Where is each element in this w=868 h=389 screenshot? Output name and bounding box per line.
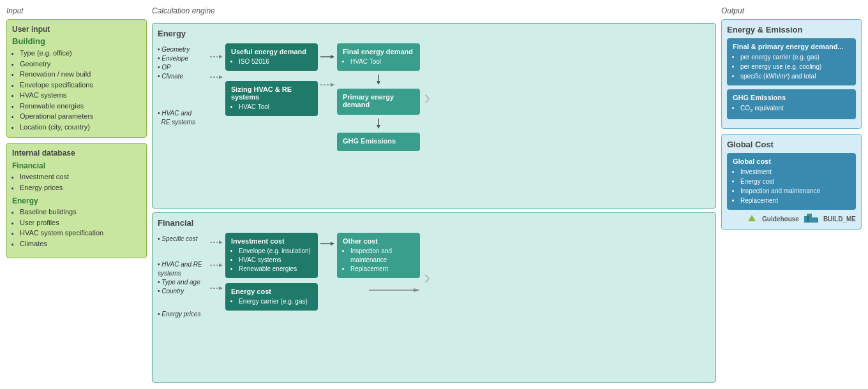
- arrow-svg-2: [210, 73, 223, 82]
- list-item: HVAC systems: [239, 256, 312, 265]
- svg-marker-22: [748, 215, 756, 221]
- financial-title: Financial: [12, 161, 141, 170]
- list-item: Inspection and maintenance: [350, 247, 414, 265]
- building-list: Type (e.g. office) Geometry Renovation /…: [12, 48, 141, 132]
- financial-chevron: ›: [424, 265, 431, 289]
- svg-marker-7: [331, 83, 334, 87]
- internal-db-title: Internal database: [12, 149, 141, 158]
- list-item: Envelope specifications: [20, 80, 141, 91]
- energy-emission-section: Energy & Emission Final & primary energy…: [721, 19, 862, 129]
- list-item: Energy prices: [20, 182, 141, 193]
- list-item: HVAC Tool: [239, 103, 312, 112]
- useful-energy-box: Useful energy demand ISO 52016: [225, 43, 318, 71]
- useful-energy-list: ISO 52016: [231, 57, 312, 66]
- financial-section: Financial • Specific cost • HVAC and RE …: [152, 212, 716, 383]
- energy-emission-title: Energy & Emission: [727, 25, 856, 34]
- financial-center-boxes: Investment cost Envelope (e.g. insulatio…: [225, 233, 318, 311]
- sizing-hvac-list: HVAC Tool: [231, 103, 312, 112]
- financial-list: Investment cost Energy prices: [12, 172, 141, 193]
- energy-right-boxes: Final energy demand HVAC Tool Primary: [337, 43, 420, 151]
- ghg-output-list: CO2 equivalent: [733, 103, 850, 115]
- other-cost-title: Other cost: [343, 237, 414, 245]
- financial-section-inner: • Specific cost • HVAC and RE systems• T…: [158, 233, 710, 321]
- fin-mid-arrows: [320, 233, 334, 248]
- final-energy-box: Final energy demand HVAC Tool: [337, 43, 420, 71]
- user-input-box: User input Building Type (e.g. office) G…: [6, 19, 147, 138]
- down-arrow-2: [337, 119, 420, 129]
- investment-cost-list: Envelope (e.g. insulation) HVAC systems …: [231, 247, 312, 274]
- list-item: Investment: [740, 167, 850, 177]
- list-item: HVAC Tool: [350, 57, 414, 66]
- financial-right-boxes: Other cost Inspection and maintenance Re…: [337, 233, 420, 295]
- list-item: Location (city, country): [20, 122, 141, 133]
- energy-db-list: Baseline buildings User profiles HVAC sy…: [12, 207, 141, 249]
- other-cost-list: Inspection and maintenance Replacement: [343, 247, 414, 274]
- final-primary-list: per energy carrier (e.g. gas) per energy…: [733, 52, 850, 81]
- financial-section-title: Financial: [158, 218, 710, 228]
- energy-arrow-3: [320, 52, 334, 61]
- energy-subsection: Energy Baseline buildings User profiles …: [12, 196, 141, 249]
- output-label: Output: [721, 6, 862, 15]
- list-item: Climates: [20, 239, 141, 249]
- energy-cost-box: Energy cost Energy carrier (e.g. gas): [225, 283, 318, 311]
- investment-cost-title: Investment cost: [231, 237, 312, 245]
- user-input-title: User input: [12, 25, 141, 34]
- svg-marker-17: [219, 286, 223, 290]
- energy-cost-title: Energy cost: [231, 288, 312, 295]
- fin-arrow-2: [210, 261, 223, 270]
- sizing-hvac-box: Sizing HVAC & RE systems HVAC Tool: [225, 81, 318, 116]
- fin-arrow-3: [210, 284, 223, 293]
- global-cost-section: Global Cost Global cost Investment Energ…: [721, 134, 862, 230]
- down-arrow-1: [337, 75, 420, 85]
- energy-cost-arrow: [337, 286, 420, 295]
- list-item: Replacement: [740, 196, 850, 205]
- energy-mid-arrows: [320, 43, 334, 89]
- global-cost-list: Investment Energy cost Inspection and ma…: [733, 167, 850, 205]
- financial-left-labels: • Specific cost • HVAC and RE systems• T…: [158, 233, 207, 321]
- input-column: Input User input Building Type (e.g. off…: [6, 6, 147, 383]
- list-item: Geometry: [20, 59, 141, 70]
- internal-database-box: Internal database Financial Investment c…: [6, 143, 147, 258]
- list-item: Operational parameters: [20, 111, 141, 122]
- calculation-column: Calculation engine Energy • Geometry• En…: [152, 6, 716, 383]
- useful-energy-title: Useful energy demand: [231, 48, 312, 55]
- svg-marker-19: [331, 242, 334, 246]
- energy-section: Energy • Geometry• Envelope• OP• Climate…: [152, 23, 716, 209]
- final-energy-title: Final energy demand: [343, 48, 414, 55]
- energy-cost-list: Energy carrier (e.g. gas): [231, 297, 312, 306]
- list-item: Inspection and maintenance: [740, 186, 850, 196]
- svg-marker-11: [377, 125, 380, 129]
- financial-subsection: Financial Investment cost Energy prices: [12, 161, 141, 193]
- final-primary-box: Final & primary energy demand... per ene…: [727, 38, 856, 85]
- ghg-output-title: GHG Emissions: [733, 94, 850, 101]
- list-item: Replacement: [350, 265, 414, 274]
- primary-energy-box: Primary energy demand: [337, 89, 420, 115]
- logos-row: Guidehouse BUILD_ME: [727, 214, 856, 224]
- svg-marker-21: [414, 288, 420, 292]
- energy-chevron: ›: [424, 85, 431, 109]
- list-item: HVAC systems: [20, 90, 141, 101]
- building-title: Building: [12, 36, 141, 46]
- final-primary-title: Final & primary energy demand...: [733, 43, 850, 50]
- calc-label: Calculation engine: [152, 6, 716, 15]
- primary-energy-title: Primary energy demand: [343, 93, 414, 108]
- list-item: Renewable energies: [20, 101, 141, 112]
- list-item: Type (e.g. office): [20, 48, 141, 59]
- other-cost-box: Other cost Inspection and maintenance Re…: [337, 233, 420, 278]
- svg-marker-13: [219, 240, 223, 244]
- svg-marker-9: [377, 81, 380, 85]
- fin-label3: • Energy prices: [158, 308, 207, 321]
- energy-label1: • Geometry• Envelope• OP• Climate: [158, 43, 207, 83]
- ghg-output-box: GHG Emissions CO2 equivalent: [727, 89, 856, 119]
- svg-rect-25: [811, 217, 818, 223]
- list-item: Renovation / new build: [20, 69, 141, 80]
- buildme-label: BUILD_ME: [823, 216, 856, 223]
- list-item: User profiles: [20, 217, 141, 228]
- global-cost-title: Global Cost: [727, 140, 856, 149]
- global-cost-box-title: Global cost: [733, 158, 850, 165]
- list-item: HVAC system specification: [20, 228, 141, 239]
- fin-arrow-1: [210, 238, 223, 247]
- list-item: Envelope (e.g. insulation): [239, 247, 312, 256]
- output-column: Output Energy & Emission Final & primary…: [721, 6, 862, 383]
- ghg-title: GHG Emissions: [343, 137, 414, 145]
